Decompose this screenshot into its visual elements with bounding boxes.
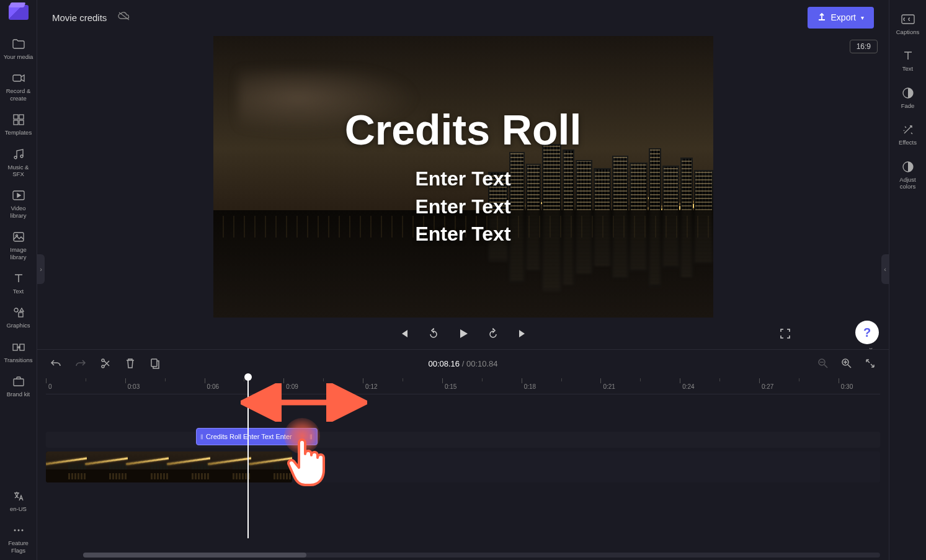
rnav-fade[interactable]: Fade [891,80,925,117]
nav-image-library[interactable]: Image library [1,225,36,267]
nav-label: Your media [4,53,33,60]
timeline-ruler[interactable]: 00:030:060:090:120:150:180:210:240:270:3… [46,377,880,394]
help-button[interactable]: ? [855,321,879,344]
briefcase-icon [12,375,25,388]
annotation-cursor-icon [287,434,327,490]
svg-rect-23 [151,359,157,367]
svg-rect-13 [20,344,24,350]
zoom-in-button[interactable] [839,356,854,371]
nav-label: Feature Flags [2,540,35,554]
timeline-time-display: 00:08.16 / 00:10.84 [428,359,497,368]
rnav-text[interactable]: Text [891,43,925,79]
nav-feature-flags[interactable]: Feature Flags [1,518,36,560]
overlay-line: Enter Text [415,220,510,248]
timeline-tracks: ⦀ Credits Roll Enter Text Enter ⦀ [46,394,880,543]
nav-templates[interactable]: Templates [1,108,36,142]
video-track[interactable] [46,451,292,482]
rewind-button[interactable] [425,325,442,342]
header: Movie credits Export ▾ [37,0,889,35]
effects-icon [901,123,915,136]
nav-label: Music & SFX [2,164,35,178]
preview-canvas[interactable]: Credits Roll Enter Text Enter Text Enter… [213,36,713,318]
undo-button[interactable] [48,356,63,371]
text-icon [12,272,25,285]
svg-point-10 [14,308,18,312]
adjust-icon [901,160,915,174]
svg-rect-8 [14,233,24,241]
text-track[interactable]: ⦀ Credits Roll Enter Text Enter ⦀ [46,428,880,447]
overlay-line: Enter Text [415,165,510,193]
annotation-arrow-icon [241,383,367,422]
clip-handle-left[interactable]: ⦀ [200,433,203,441]
delete-button[interactable] [123,356,138,371]
export-label: Export [831,12,856,22]
language-icon [12,489,25,503]
rnav-label: Adjust colors [892,176,924,190]
timeline-scrollbar[interactable] [83,553,880,558]
nav-label: Video library [2,205,35,219]
nav-label: Brand kit [7,391,30,398]
nav-label: Record & create [2,87,35,102]
rnav-label: Captions [896,29,920,35]
nav-transitions[interactable]: Transitions [1,336,36,370]
transport-controls [213,325,713,342]
project-title[interactable]: Movie credits [52,12,107,23]
skip-start-button[interactable] [395,325,412,342]
templates-icon [12,113,25,127]
split-button[interactable] [98,356,113,371]
cloud-off-icon[interactable] [118,11,130,24]
fullscreen-button[interactable] [777,325,794,342]
overlay-line: Enter Text [415,193,510,221]
nav-label: Graphics [6,322,30,329]
svg-point-16 [17,530,19,531]
timeline: 00:08.16 / 00:10.84 00:030:060:090:120:1… [37,349,889,560]
svg-point-22 [102,365,104,368]
svg-point-15 [14,530,16,531]
graphics-icon [12,306,25,319]
play-button[interactable] [455,325,472,342]
nav-locale[interactable]: en-US [1,484,36,518]
zoom-out-button[interactable] [816,356,830,371]
left-sidebar: Your media Record & create Templates Mus… [0,0,37,560]
video-library-icon [12,189,25,202]
svg-point-5 [14,156,17,159]
svg-rect-1 [14,115,18,119]
nav-your-media[interactable]: Your media [1,32,36,66]
music-icon [12,148,25,161]
rnav-adjust-colors[interactable]: Adjust colors [891,154,925,198]
right-sidebar: Captions Text Fade Effects Adjust colors [889,0,926,560]
svg-rect-2 [19,115,24,119]
nav-music-sfx[interactable]: Music & SFX [1,143,36,184]
export-button[interactable]: Export ▾ [808,7,874,29]
svg-point-6 [20,155,23,158]
transitions-icon [12,340,25,354]
rnav-effects[interactable]: Effects [891,117,925,153]
upload-icon [817,12,826,23]
rnav-label: Text [902,65,913,72]
fade-icon [901,86,915,100]
fit-timeline-button[interactable] [863,356,878,371]
nav-label: en-US [10,505,27,512]
forward-button[interactable] [484,325,502,342]
svg-point-21 [102,359,104,362]
nav-label: Transitions [4,357,32,363]
svg-rect-0 [13,75,21,81]
nav-record-create[interactable]: Record & create [1,66,36,108]
nav-graphics[interactable]: Graphics [1,301,36,335]
current-time: 00:08.16 [428,359,460,368]
duplicate-button[interactable] [148,356,162,371]
text-overlay[interactable]: Credits Roll Enter Text Enter Text Enter… [213,36,713,318]
rnav-captions[interactable]: Captions [891,6,925,43]
skip-end-button[interactable] [514,325,532,342]
aspect-ratio-selector[interactable]: 16:9 [850,40,878,53]
preview-area: 16:9 Credits Roll Enter Text Enter Text … [37,35,889,349]
scrollbar-thumb[interactable] [83,553,306,558]
nav-brand-kit[interactable]: Brand kit [1,370,36,404]
redo-button[interactable] [73,356,88,371]
nav-label: Text [13,288,24,295]
nav-label: Templates [5,129,32,136]
svg-rect-12 [13,344,17,350]
nav-text[interactable]: Text [1,267,36,301]
rnav-label: Fade [901,102,915,109]
nav-video-library[interactable]: Video library [1,184,36,225]
